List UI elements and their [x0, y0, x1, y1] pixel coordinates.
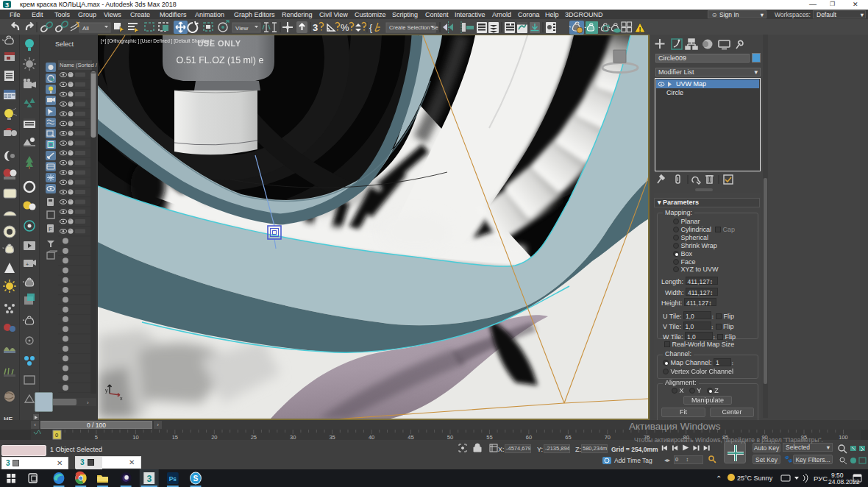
svg-text:!: ! [639, 26, 641, 33]
svg-text:55: 55 [486, 434, 492, 441]
svg-text:[+] [Orthographic ] [User Defi: [+] [Orthographic ] [User Defined ] [Def… [101, 38, 212, 44]
svg-text:y: y [105, 388, 108, 394]
svg-text:65: 65 [565, 434, 571, 441]
svg-text:3: 3 [313, 22, 318, 33]
svg-text:20: 20 [211, 434, 217, 441]
svg-text:O.51 FL.OZ (15 ml) e: O.51 FL.OZ (15 ml) e [177, 55, 264, 65]
svg-text:Name (Sorted /: Name (Sorted / [60, 62, 98, 68]
svg-text:35: 35 [329, 434, 335, 441]
svg-text:100: 100 [839, 434, 848, 441]
svg-text:0: 0 [55, 432, 58, 438]
svg-text:3: 3 [5, 1, 9, 9]
svg-text:40: 40 [369, 434, 374, 441]
svg-text:x: x [120, 396, 123, 401]
svg-text:All: All [82, 25, 89, 32]
svg-text:5: 5 [95, 434, 98, 441]
svg-text:%: % [341, 22, 349, 33]
svg-text:⌃: ⌃ [716, 474, 722, 483]
svg-text:10: 10 [132, 434, 138, 441]
svg-text:{: { [369, 23, 372, 33]
svg-text:F: F [49, 226, 52, 232]
svg-text:25°C Sunny: 25°C Sunny [737, 474, 773, 482]
svg-text:3: 3 [146, 474, 152, 484]
svg-text:30: 30 [290, 434, 296, 441]
svg-text:Create Selection Se: Create Selection Se [389, 24, 438, 31]
svg-text:60: 60 [526, 434, 532, 441]
svg-text:45: 45 [408, 434, 413, 441]
svg-text:70: 70 [605, 434, 611, 441]
svg-text:РУС: РУС [814, 474, 828, 483]
svg-text:›: › [87, 399, 89, 406]
svg-text:50: 50 [447, 434, 453, 441]
svg-text:15: 15 [172, 434, 178, 441]
svg-text:S: S [193, 474, 199, 483]
svg-text:25: 25 [251, 434, 257, 441]
svg-text:+: + [26, 262, 29, 267]
svg-text:View: View [235, 25, 248, 32]
svg-text:Ps: Ps [169, 475, 177, 483]
